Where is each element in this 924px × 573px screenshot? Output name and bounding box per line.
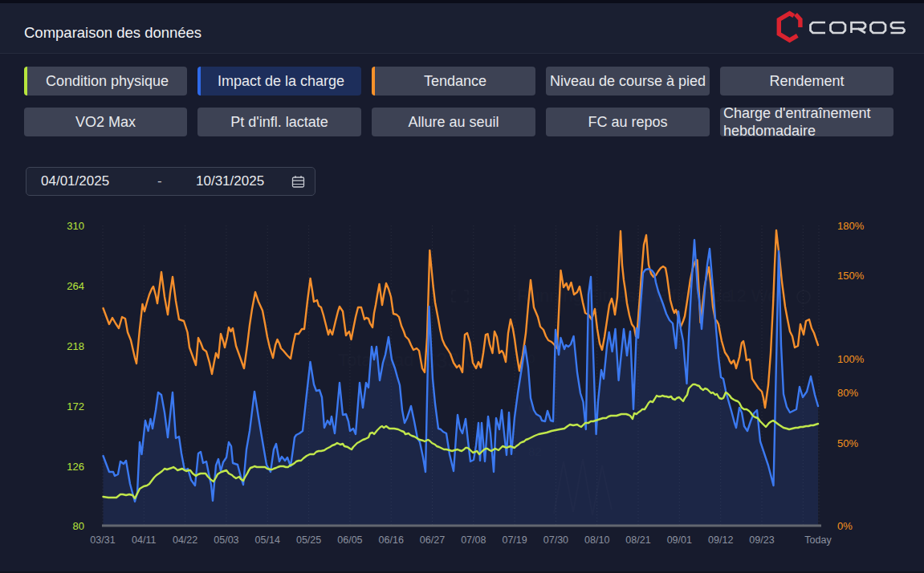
svg-text:126: 126 [67,461,84,473]
svg-text:09/23: 09/23 [749,534,774,546]
svg-text:100%: 100% [837,353,865,365]
svg-text:03/31: 03/31 [90,534,115,546]
svg-text:05/14: 05/14 [255,534,280,546]
svg-text:172: 172 [67,400,84,412]
svg-text:50%: 50% [837,437,858,449]
svg-text:07/30: 07/30 [543,534,568,546]
svg-text:09/12: 09/12 [708,534,733,546]
svg-text:218: 218 [67,340,84,352]
svg-text:08/10: 08/10 [584,534,609,546]
svg-text:06/05: 06/05 [337,534,362,546]
svg-text:180%: 180% [837,220,865,232]
svg-text:80%: 80% [837,387,858,399]
svg-text:150%: 150% [837,270,865,282]
svg-text:05/03: 05/03 [214,534,238,546]
svg-text:09/01: 09/01 [667,534,692,546]
svg-text:08/21: 08/21 [625,534,650,546]
svg-text:06/27: 06/27 [420,534,445,546]
svg-text:06/16: 06/16 [379,534,404,546]
svg-text:05/25: 05/25 [296,534,321,546]
svg-text:264: 264 [67,280,84,292]
svg-text:80: 80 [73,520,84,532]
svg-text:Today: Today [804,534,832,546]
svg-text:0: 0 [528,352,535,365]
svg-text:07/08: 07/08 [461,534,486,546]
svg-text:04/11: 04/11 [132,534,156,546]
svg-text:0%: 0% [837,520,853,532]
svg-text:82: 82 [528,445,542,458]
svg-text:310: 310 [67,220,84,232]
svg-text:07/19: 07/19 [502,534,527,546]
svg-text:04/22: 04/22 [173,534,197,546]
